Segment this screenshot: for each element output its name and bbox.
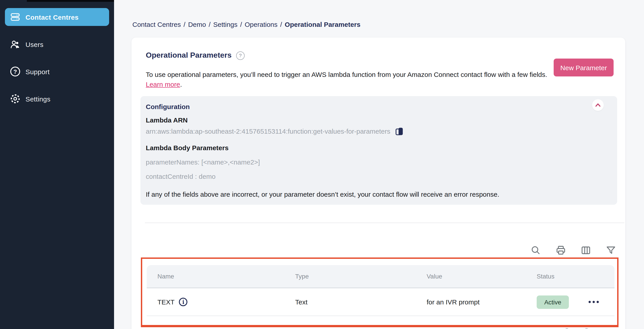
contact-centres-icon [10, 12, 20, 22]
sidebar-item-settings[interactable]: Settings [5, 90, 109, 108]
sidebar-item-label: Users [26, 40, 44, 48]
info-icon[interactable]: i [179, 298, 188, 306]
description-text: To use operational parameters, you’ll ne… [146, 71, 547, 78]
configuration-warning: If any of the fields above are incorrect… [146, 190, 612, 199]
table-toolbar [530, 245, 616, 256]
search-icon[interactable] [530, 245, 541, 256]
app-window: Contact Centres Users ? Support [0, 0, 644, 329]
sidebar-item-support[interactable]: ? Support [5, 63, 109, 80]
page-title: Operational Parameters [146, 51, 232, 60]
pagination-mark [586, 328, 588, 329]
parameter-name: TEXT [158, 298, 175, 306]
collapse-configuration-button[interactable] [592, 99, 604, 111]
lambda-arn-label: Lambda ARN [146, 116, 612, 125]
sidebar: Contact Centres Users ? Support [0, 0, 114, 329]
breadcrumb-settings[interactable]: Settings [213, 20, 238, 28]
description-period: . [180, 80, 182, 88]
parameter-names-line: parameterNames: [<name>,<name2>] [146, 158, 612, 167]
sidebar-item-label: Support [26, 68, 50, 75]
top-strip [27, 0, 114, 2]
new-parameter-button[interactable]: New Parameter [554, 58, 614, 76]
copy-icon[interactable] [395, 126, 404, 136]
column-header-name: Name [158, 273, 295, 280]
sidebar-item-label: Contact Centres [26, 13, 79, 21]
breadcrumb-demo[interactable]: Demo [188, 20, 206, 28]
parameter-type: Text [295, 298, 427, 306]
status-badge: Active [537, 295, 569, 309]
breadcrumb-operations[interactable]: Operations [245, 20, 278, 28]
parameters-table: Name Type Value Status TEXT i Text for a… [147, 265, 614, 325]
row-actions-menu[interactable] [588, 301, 604, 303]
filter-icon[interactable] [606, 245, 616, 256]
columns-icon[interactable] [580, 245, 591, 256]
contact-centre-id-line: contactCentreId : demo [146, 172, 612, 181]
users-icon [10, 39, 20, 50]
table-header-row: Name Type Value Status [147, 265, 614, 288]
print-icon[interactable] [556, 245, 566, 256]
lambda-body-parameters-label: Lambda Body Parameters [146, 143, 612, 152]
page-description: To use operational parameters, you’ll ne… [146, 70, 548, 89]
column-header-type: Type [295, 273, 427, 280]
column-header-status: Status [537, 273, 588, 280]
breadcrumb-separator: / [240, 20, 242, 28]
lambda-arn-value: arn:aws:lambda:ap-southeast-2:4157651531… [146, 127, 390, 136]
breadcrumb-separator: / [184, 20, 185, 28]
breadcrumb-separator: / [209, 20, 210, 28]
settings-icon [10, 93, 20, 104]
configuration-title: Configuration [146, 102, 612, 111]
breadcrumb: Contact Centres/Demo/Settings/Operations… [132, 20, 360, 28]
breadcrumb-separator: / [280, 20, 282, 28]
help-icon[interactable]: ? [236, 51, 245, 60]
support-icon: ? [10, 66, 20, 77]
parameter-value: for an IVR prompt [427, 298, 537, 306]
column-header-value: Value [427, 273, 537, 280]
sidebar-item-contact-centres[interactable]: Contact Centres [5, 8, 109, 26]
sidebar-item-users[interactable]: Users [5, 35, 109, 53]
breadcrumb-contact-centres[interactable]: Contact Centres [132, 20, 181, 28]
sidebar-item-label: Settings [26, 95, 50, 103]
breadcrumb-current: Operational Parameters [285, 20, 360, 28]
learn-more-link[interactable]: Learn more [146, 80, 180, 88]
configuration-panel: Configuration Lambda ARN arn:aws:lambda:… [140, 96, 617, 205]
section-divider [145, 223, 624, 223]
table-row[interactable]: TEXT i Text for an IVR prompt Active [147, 288, 614, 316]
pagination-mark [566, 328, 568, 329]
